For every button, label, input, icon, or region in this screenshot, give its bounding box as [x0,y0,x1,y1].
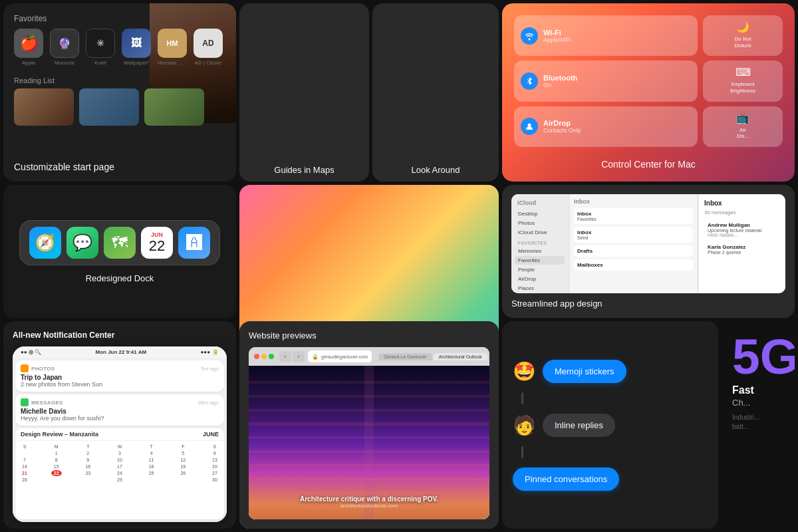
lock-icon: 🔒 [312,354,319,360]
phone-time: ●● ◎ 🔍 [21,349,41,355]
messages-body: Heyyy. Are you down for sushi? [21,415,219,422]
url-text: geraudlegarduner.com [321,354,368,359]
photos-notification: PHOTOS 5m ago Trip to Japan 2 new photos… [15,360,224,392]
hm-icon: HM [158,29,187,58]
reading-item-1 [14,88,74,126]
cc-airdrop-item[interactable]: AirDrop Contacts Only [514,106,698,147]
fullscreen-dot[interactable] [269,354,274,359]
url-bar[interactable]: 🔒 geraudlegarduner.com [308,350,372,362]
photos-dot [21,364,29,372]
dock-messages-icon[interactable]: 💬 [66,227,98,259]
reading-item-3 [144,88,204,126]
monocle-icon: 🔮 [50,29,79,58]
moon-icon: 🌙 [736,21,749,33]
cc-kb-label: KeyboardBrightness [730,81,755,94]
email-item-1[interactable]: Andrew Mulligan Upcoming lecture materia… [704,219,780,240]
messages-dot [21,398,29,406]
msg-row-2: 🧑 Inline replies [513,414,708,437]
sidebar-airdrop: AirDrop [515,275,565,283]
inline-replies-bubble: Inline replies [543,414,615,437]
browser-chrome: ‹ › 🔒 geraudlegarduner.com Géraud Le Gar… [249,347,489,366]
tab-2[interactable]: Architectural Outlook [434,353,487,360]
cc-wifi-text: Wi-Fi AppleWiFi [543,29,571,43]
cc-do-not-disturb[interactable]: 🌙 Do NotDisturb [703,15,783,56]
mail-inbox-header: Inbox [574,198,693,205]
cc-left-column: Wi-Fi AppleWiFi Bluetooth On [514,15,698,147]
mail-item-1[interactable]: Inbox Favorites [574,208,693,224]
speed-label: Fast [732,384,784,396]
email-from-2: Karla Gonzalez [708,244,777,250]
dock-appstore-icon[interactable]: 🅰 [178,227,210,259]
speed-sublabel: Ch... [732,398,784,408]
cal-label: Design Review – Manzanita [21,431,98,438]
photos-app-label: PHOTOS [31,366,55,372]
photos-title: Trip to Japan [21,374,219,381]
browser-content: Architecture critique with a discerning … [249,366,489,519]
cc-right-column: 🌙 Do NotDisturb ⌨ KeyboardBrightness 📺 A… [703,15,783,147]
memoji-emoji: 🤩 [513,360,536,382]
cc-airdisplay[interactable]: 📺 AirDis... [703,106,783,147]
tab-1[interactable]: Géraud Le Garduner [378,353,432,360]
mail-item-3[interactable]: Drafts [574,245,693,257]
messages-app-label: MESSAGES [31,400,63,406]
monocle-label: Monocle [55,60,74,66]
sidebar-photos: Photos [515,219,565,227]
kvell-icon: ✳ [86,29,115,58]
airdisplay-icon: 📺 [736,112,749,124]
email-subject-1: Upcoming lecture material [708,228,777,233]
dock-calendar-icon[interactable]: JUN 22 [141,227,173,259]
look-around-caption: Look Around [402,158,469,182]
cc-bluetooth-item[interactable]: Bluetooth On [514,61,698,101]
airdrop-icon [521,118,538,135]
close-dot[interactable] [254,354,259,359]
apple-icon: 🍎 [14,29,43,58]
wallpaper-label: Wallpaper* [124,60,150,66]
website-text-overlay: Architecture critique with a discerning … [300,495,438,509]
memoji-bubble: Memoji stickers [543,360,626,383]
email-subject-2: Phase 2 queries [708,250,777,255]
control-center-tile: Wi-Fi AppleWiFi Bluetooth On [502,3,795,182]
forward-button[interactable]: › [293,351,305,362]
website-image: Architecture critique with a discerning … [249,366,489,519]
app-icon-wrap-ad: AD AD | Clever [194,29,223,66]
browser-tabs: Géraud Le Garduner Architectural Outlook [378,353,487,360]
sidebar-memories: Memories [515,247,565,255]
phone-datetime: Mon Jun 22 9:41 AM [96,349,147,355]
sidebar-favorites-head: Favorites [515,237,565,247]
msg-row-1: 🤩 Memoji stickers [513,360,708,383]
dock-tile: 🧭 💬 🗺 JUN 22 🅰 Redesigned Dock [3,185,236,318]
start-caption: Customizable start page [14,162,114,172]
calendar-notification: Design Review – Manzanita JUNE SMT WTFS … [15,428,224,519]
app-icon-wrap-apple: 🍎 Apple [14,29,43,66]
back-button[interactable]: ‹ [279,351,291,362]
app-design-caption: Streamlined app design [511,299,785,309]
email-item-2[interactable]: Karla Gonzalez Phase 2 queries [704,241,780,257]
mail-from-3: Drafts [577,248,690,254]
cc-bluetooth-text: Bluetooth On [543,74,577,88]
reading-item-2 [79,88,139,126]
keyboard-brightness-icon: ⌨ [735,66,751,78]
dock-safari-icon[interactable]: 🧭 [29,227,61,259]
maps-caption: Guides in Maps [265,158,343,182]
ad-label: AD | Clever [195,60,222,66]
msg-row-3: Pinned conversations [513,467,708,491]
dock-maps-icon[interactable]: 🗺 [104,227,136,259]
mail-item-2[interactable]: Inbox Send [574,227,693,243]
apple-label: Apple [22,60,35,66]
minimize-dot[interactable] [261,354,267,359]
photos-body: 2 new photos from Steven Sun [21,381,219,388]
favorites-label: Favorites [14,14,225,23]
speed-number: 5G [732,332,784,382]
avatar-emoji: 🧑 [513,414,536,436]
wifi-icon [521,27,538,45]
phone-mockup: ●● ◎ 🔍 Mon Jun 22 9:41 AM ●●●🔋 PHOTOS 5m… [13,346,227,522]
mail-item-4[interactable]: Mailboxes [574,259,693,271]
cc-wifi-item[interactable]: Wi-Fi AppleWiFi [514,15,698,56]
email-from-1: Andrew Mulligan [708,222,777,228]
app-icon-wrap-hm: HM Herman Miller [158,29,187,66]
bluetooth-icon [521,72,538,90]
wallpaper-icon: 🖼 [122,29,151,58]
window-control-dots [254,354,274,359]
cc-keyboard-brightness[interactable]: ⌨ KeyboardBrightness [703,61,783,101]
sidebar-icloud-label: iCloud [515,200,565,206]
